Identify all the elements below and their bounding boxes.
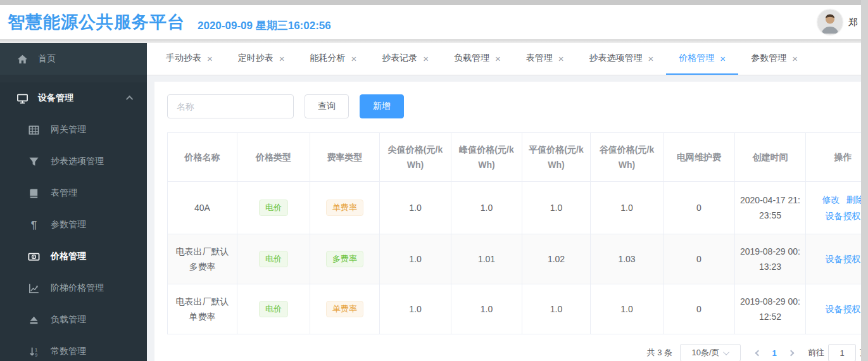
window-right-strip	[861, 0, 868, 361]
sidebar-item-2[interactable]: 表管理	[0, 177, 147, 209]
cell-price-name: 40A	[168, 182, 237, 234]
goto-label: 前往	[808, 347, 824, 358]
close-icon[interactable]: ×	[351, 54, 357, 63]
cell-peak-price: 1.01	[451, 234, 522, 284]
datetime-display: 2020-09-09 星期三16:02:56	[198, 18, 331, 33]
tab-3[interactable]: 抄表记录×	[369, 43, 441, 75]
tab-label: 抄表记录	[382, 53, 417, 64]
tab-label: 抄表选项管理	[589, 53, 643, 64]
column-header-6: 谷值价格(元/kWh)	[591, 133, 664, 182]
table-row: 40A电价单费率1.01.01.01.002020-04-17 21:23:55…	[168, 182, 868, 234]
page-size-select[interactable]: 10条/页	[680, 344, 741, 361]
cell-rate-type: 单费率	[310, 284, 380, 334]
tab-7[interactable]: 价格管理×	[666, 43, 738, 75]
price-table: 价格名称价格类型费率类型尖值价格(元/kWh)峰值价格(元/kWh)平值价格(元…	[167, 132, 868, 334]
tab-label: 负载管理	[454, 53, 489, 64]
close-icon[interactable]: ×	[792, 54, 798, 63]
next-page-button[interactable]	[783, 344, 799, 361]
tag-badge: 单费率	[326, 301, 363, 317]
cell-peak-price: 1.0	[451, 182, 522, 234]
page-number-1[interactable]: 1	[766, 348, 783, 358]
grid-icon	[28, 124, 40, 136]
cell-valley-price: 1.0	[591, 284, 664, 334]
column-header-2: 费率类型	[310, 133, 380, 182]
sidebar-item-6[interactable]: 负载管理	[0, 304, 147, 336]
prev-page-button[interactable]	[750, 344, 766, 361]
cell-flat-price: 1.0	[522, 284, 591, 334]
sidebar-item-3[interactable]: ¶参数管理	[0, 209, 147, 241]
cell-grid-fee: 0	[664, 284, 735, 334]
action-link-0[interactable]: 设备授权	[826, 301, 861, 317]
tab-0[interactable]: 手动抄表×	[153, 43, 225, 75]
cell-valley-price: 1.0	[591, 182, 664, 234]
sidebar-item-label: 价格管理	[51, 251, 86, 262]
cell-price-name: 电表出厂默认多费率	[168, 234, 237, 284]
sidebar-item-label: 表管理	[51, 187, 77, 199]
tab-4[interactable]: 负载管理×	[441, 43, 513, 75]
cell-sharp-price: 1.0	[380, 182, 451, 234]
goto-page-input[interactable]	[828, 344, 856, 361]
column-header-4: 峰值价格(元/kWh)	[451, 133, 522, 182]
tab-label: 价格管理	[679, 53, 714, 64]
close-icon[interactable]: ×	[495, 54, 501, 63]
pagination: 共 3 条 10条/页 1 前往 页	[167, 344, 868, 361]
sidebar-item-label: 阶梯价格管理	[51, 282, 104, 294]
chevron-right-icon	[788, 350, 794, 356]
sidebar-item-label: 负载管理	[51, 314, 86, 326]
action-link-0[interactable]: 设备授权	[826, 251, 861, 267]
pilcrow-icon: ¶	[28, 219, 40, 231]
user-name[interactable]: 郑	[848, 16, 858, 28]
sidebar-item-5[interactable]: 阶梯价格管理	[0, 272, 147, 304]
user-avatar[interactable]	[817, 10, 843, 35]
content-area: 查询 新增 价格名称价格类型费率类型尖值价格(元/kWh)峰值价格(元/kWh)…	[147, 75, 868, 361]
sidebar-item-home[interactable]: 首页	[0, 43, 147, 75]
close-icon[interactable]: ×	[648, 54, 654, 63]
sidebar-item-0[interactable]: 网关管理	[0, 114, 147, 146]
sidebar-submenu: 网关管理抄表选项管理表管理¶参数管理价格管理阶梯价格管理负载管理19常数管理	[0, 114, 147, 361]
sidebar-item-7[interactable]: 19常数管理	[0, 336, 147, 361]
sidebar-item-4[interactable]: 价格管理	[0, 241, 147, 272]
cell-valley-price: 1.03	[591, 234, 664, 284]
cell-rate-type: 单费率	[310, 182, 380, 234]
cell-flat-price: 1.02	[522, 234, 591, 284]
close-icon[interactable]: ×	[423, 54, 429, 63]
table-row: 电表出厂默认单费率电价单费率1.01.01.01.002019-08-29 00…	[168, 284, 868, 334]
monitor-icon	[16, 92, 28, 104]
add-button[interactable]: 新增	[360, 94, 404, 118]
sidebar-item-label: 参数管理	[51, 219, 86, 231]
table-header-row: 价格名称价格类型费率类型尖值价格(元/kWh)峰值价格(元/kWh)平值价格(元…	[168, 133, 868, 182]
column-header-8: 创建时间	[735, 133, 806, 182]
sidebar-group-device-management[interactable]: 设备管理	[0, 82, 147, 114]
tab-8[interactable]: 参数管理×	[738, 43, 810, 75]
chart-icon	[28, 282, 40, 294]
chevron-left-icon	[755, 350, 761, 356]
search-input[interactable]	[167, 94, 294, 118]
close-icon[interactable]: ×	[558, 54, 564, 63]
cell-sharp-price: 1.0	[380, 284, 451, 334]
tag-badge: 电价	[259, 200, 288, 216]
column-header-5: 平值价格(元/kWh)	[522, 133, 591, 182]
close-icon[interactable]: ×	[279, 54, 285, 63]
cell-price-type: 电价	[237, 234, 310, 284]
tab-label: 手动抄表	[166, 53, 201, 64]
svg-text:9: 9	[35, 352, 37, 358]
tab-label: 能耗分析	[310, 53, 346, 64]
action-link-0[interactable]: 修改	[822, 191, 840, 208]
chevron-down-icon	[723, 349, 729, 355]
sidebar-item-label: 抄表选项管理	[51, 156, 104, 167]
tab-6[interactable]: 抄表选项管理×	[577, 43, 667, 75]
cell-created-time: 2019-08-29 00:13:23	[735, 234, 806, 284]
tab-5[interactable]: 表管理×	[513, 43, 577, 75]
query-button[interactable]: 查询	[305, 94, 349, 118]
column-header-3: 尖值价格(元/kWh)	[380, 133, 451, 182]
price-management-card: 查询 新增 价格名称价格类型费率类型尖值价格(元/kWh)峰值价格(元/kWh)…	[154, 82, 868, 361]
cell-grid-fee: 0	[664, 234, 735, 284]
app-title: 智慧能源公共服务平台	[8, 11, 185, 34]
sidebar-item-1[interactable]: 抄表选项管理	[0, 146, 147, 177]
tab-1[interactable]: 定时抄表×	[225, 43, 298, 75]
close-icon[interactable]: ×	[207, 54, 213, 63]
action-link-2[interactable]: 设备授权	[826, 208, 861, 224]
tab-2[interactable]: 能耗分析×	[298, 43, 370, 75]
cell-price-type: 电价	[237, 182, 310, 234]
close-icon[interactable]: ×	[720, 54, 726, 63]
